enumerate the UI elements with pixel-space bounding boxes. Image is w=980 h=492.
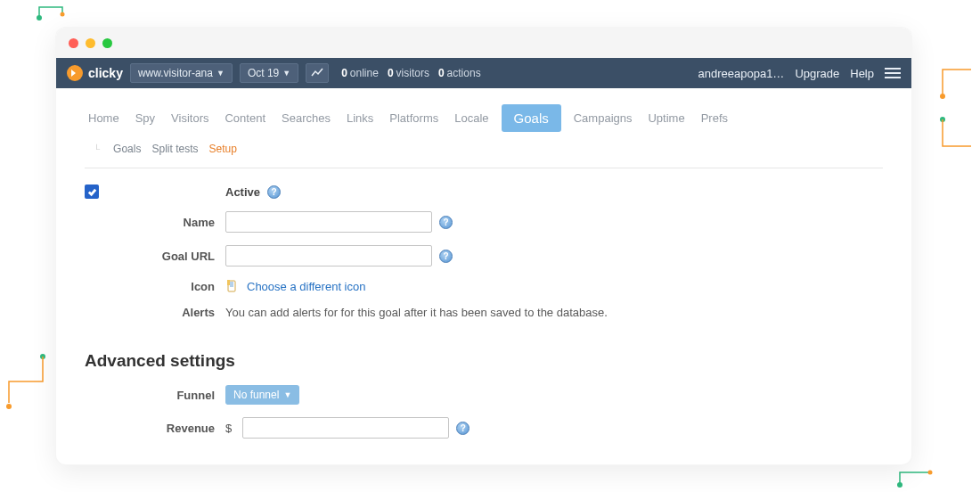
site-selector[interactable]: www.visitor-ana ▼ bbox=[130, 63, 233, 83]
window-title-bar bbox=[56, 28, 911, 58]
decoration-r bbox=[935, 61, 980, 168]
tab-searches[interactable]: Searches bbox=[278, 106, 334, 130]
help-icon[interactable]: ? bbox=[456, 422, 470, 435]
top-nav-bar: clicky www.visitor-ana ▼ Oct 19 ▼ 0onlin… bbox=[56, 58, 911, 88]
window-close-button[interactable] bbox=[69, 38, 78, 48]
date-selector[interactable]: Oct 19 ▼ bbox=[240, 63, 298, 83]
chevron-down-icon: ▼ bbox=[283, 390, 291, 399]
site-selector-value: www.visitor-ana bbox=[138, 67, 213, 79]
stat-online: 0online bbox=[341, 67, 379, 79]
tab-prefs[interactable]: Prefs bbox=[698, 106, 731, 130]
date-selector-value: Oct 19 bbox=[248, 67, 279, 79]
icon-label: Icon bbox=[85, 280, 225, 293]
funnel-label: Funnel bbox=[85, 389, 225, 402]
chart-button[interactable] bbox=[306, 63, 329, 83]
revenue-label: Revenue bbox=[85, 422, 225, 435]
brand-icon bbox=[67, 65, 83, 81]
tab-visitors[interactable]: Visitors bbox=[167, 106, 212, 130]
decoration-tl bbox=[34, 0, 73, 23]
name-label: Name bbox=[85, 216, 225, 229]
decoration-l bbox=[0, 348, 50, 419]
brand[interactable]: clicky bbox=[67, 65, 123, 81]
upgrade-link[interactable]: Upgrade bbox=[795, 67, 839, 80]
decoration-br bbox=[893, 465, 937, 492]
goal-icon bbox=[225, 279, 240, 293]
row-icon: Icon Choose a different icon bbox=[85, 279, 883, 293]
funnel-select[interactable]: No funnel ▼ bbox=[225, 385, 299, 405]
name-input[interactable] bbox=[225, 211, 432, 233]
svg-point-5 bbox=[6, 404, 12, 409]
main-content: Home Spy Visitors Content Searches Links… bbox=[56, 88, 911, 465]
subtab-split[interactable]: Split tests bbox=[151, 143, 198, 155]
tab-links[interactable]: Links bbox=[343, 106, 377, 130]
tab-home[interactable]: Home bbox=[85, 106, 123, 130]
tab-uptime[interactable]: Uptime bbox=[644, 106, 688, 130]
form-area: Active ? Name ? Goal URL ? Icon bbox=[85, 168, 883, 439]
revenue-input[interactable] bbox=[242, 417, 449, 439]
help-icon[interactable]: ? bbox=[439, 216, 453, 229]
brand-label: clicky bbox=[88, 66, 123, 80]
subtab-goals[interactable]: Goals bbox=[113, 143, 141, 155]
help-icon[interactable]: ? bbox=[439, 250, 453, 263]
tree-icon: └ bbox=[94, 144, 100, 154]
window-minimize-button[interactable] bbox=[86, 38, 95, 48]
goalurl-input[interactable] bbox=[225, 245, 432, 266]
tab-goals[interactable]: Goals bbox=[502, 104, 561, 132]
stat-actions: 0actions bbox=[438, 67, 481, 79]
row-revenue: Revenue $ ? bbox=[85, 417, 883, 439]
menu-icon[interactable] bbox=[885, 65, 901, 81]
browser-window: clicky www.visitor-ana ▼ Oct 19 ▼ 0onlin… bbox=[55, 27, 912, 465]
goalurl-label: Goal URL bbox=[85, 250, 225, 263]
tab-locale[interactable]: Locale bbox=[451, 106, 492, 130]
tab-campaigns[interactable]: Campaigns bbox=[570, 106, 636, 130]
active-checkbox[interactable] bbox=[85, 184, 99, 199]
svg-rect-9 bbox=[227, 280, 230, 285]
advanced-heading: Advanced settings bbox=[85, 351, 883, 371]
primary-tabs: Home Spy Visitors Content Searches Links… bbox=[85, 88, 883, 139]
row-goalurl: Goal URL ? bbox=[85, 245, 883, 266]
help-link[interactable]: Help bbox=[850, 67, 874, 80]
subtab-setup[interactable]: Setup bbox=[208, 143, 236, 155]
svg-point-7 bbox=[928, 471, 933, 475]
choose-icon-link[interactable]: Choose a different icon bbox=[247, 280, 365, 293]
chevron-down-icon: ▼ bbox=[216, 69, 225, 78]
sub-tabs: └ Goals Split tests Setup bbox=[85, 139, 883, 168]
chart-icon bbox=[311, 68, 323, 78]
help-icon[interactable]: ? bbox=[267, 185, 281, 199]
revenue-prefix: $ bbox=[225, 422, 232, 435]
alerts-text: You can add alerts for for this goal aft… bbox=[225, 306, 608, 319]
chevron-down-icon: ▼ bbox=[282, 69, 290, 78]
tab-spy[interactable]: Spy bbox=[132, 106, 159, 130]
funnel-value: No funnel bbox=[233, 389, 279, 401]
row-active: Active ? bbox=[85, 184, 883, 199]
tab-platforms[interactable]: Platforms bbox=[386, 106, 442, 130]
nav-right: andreeapopa1… Upgrade Help bbox=[698, 65, 901, 81]
window-maximize-button[interactable] bbox=[102, 38, 112, 48]
row-funnel: Funnel No funnel ▼ bbox=[85, 385, 883, 405]
stats-group: 0online 0visitors 0actions bbox=[341, 67, 480, 79]
stat-visitors: 0visitors bbox=[388, 67, 429, 79]
row-alerts: Alerts You can add alerts for for this g… bbox=[85, 306, 883, 319]
tab-content[interactable]: Content bbox=[221, 106, 269, 130]
row-name: Name ? bbox=[85, 211, 883, 233]
svg-point-1 bbox=[61, 12, 65, 17]
alerts-label: Alerts bbox=[85, 306, 225, 319]
user-menu[interactable]: andreeapopa1… bbox=[698, 67, 785, 80]
active-label: Active bbox=[225, 185, 260, 199]
